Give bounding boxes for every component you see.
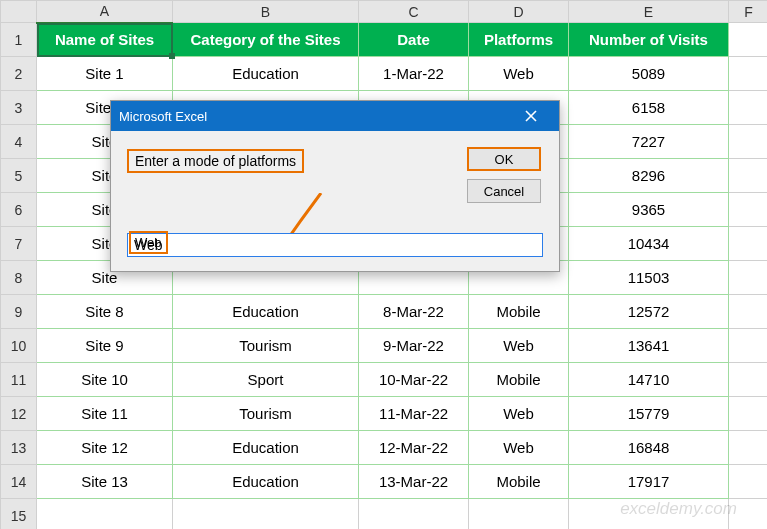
cell-D11[interactable]: Mobile — [469, 363, 569, 397]
ok-button[interactable]: OK — [467, 147, 541, 171]
row-header[interactable]: 12 — [1, 397, 37, 431]
cell-F7[interactable] — [729, 227, 768, 261]
dialog-title: Microsoft Excel — [119, 109, 207, 124]
col-header-E[interactable]: E — [569, 1, 729, 23]
table-row: 13Site 12Education12-Mar-22Web16848 — [1, 431, 768, 465]
cell-F14[interactable] — [729, 465, 768, 499]
row-header[interactable]: 1 — [1, 23, 37, 57]
cell-F11[interactable] — [729, 363, 768, 397]
cell-C10[interactable]: 9-Mar-22 — [359, 329, 469, 363]
cell-E3[interactable]: 6158 — [569, 91, 729, 125]
cell-B15[interactable] — [173, 499, 359, 530]
col-header-A[interactable]: A — [37, 1, 173, 23]
cell-C15[interactable] — [359, 499, 469, 530]
row-header[interactable]: 10 — [1, 329, 37, 363]
table-row: 14Site 13Education13-Mar-22Mobile17917 — [1, 465, 768, 499]
cell-B14[interactable]: Education — [173, 465, 359, 499]
cell-F2[interactable] — [729, 57, 768, 91]
row-header[interactable]: 13 — [1, 431, 37, 465]
cell-F8[interactable] — [729, 261, 768, 295]
cell-D2[interactable]: Web — [469, 57, 569, 91]
table-row: 9Site 8Education8-Mar-22Mobile12572 — [1, 295, 768, 329]
dialog-titlebar[interactable]: Microsoft Excel — [111, 101, 559, 131]
cell-B9[interactable]: Education — [173, 295, 359, 329]
cell-E11[interactable]: 14710 — [569, 363, 729, 397]
cell-B1[interactable]: Category of the Sites — [173, 23, 359, 57]
dialog-prompt: Enter a mode of platforms — [127, 149, 304, 173]
platform-input[interactable] — [127, 233, 543, 257]
cell-C2[interactable]: 1-Mar-22 — [359, 57, 469, 91]
cell-D15[interactable] — [469, 499, 569, 530]
cell-C11[interactable]: 10-Mar-22 — [359, 363, 469, 397]
cell-D1[interactable]: Platforms — [469, 23, 569, 57]
cell-F9[interactable] — [729, 295, 768, 329]
row-header[interactable]: 4 — [1, 125, 37, 159]
cell-B13[interactable]: Education — [173, 431, 359, 465]
cell-B2[interactable]: Education — [173, 57, 359, 91]
cell-E9[interactable]: 12572 — [569, 295, 729, 329]
cell-F12[interactable] — [729, 397, 768, 431]
cell-E5[interactable]: 8296 — [569, 159, 729, 193]
cell-E15[interactable] — [569, 499, 729, 530]
cell-E4[interactable]: 7227 — [569, 125, 729, 159]
cell-A15[interactable] — [37, 499, 173, 530]
cell-C12[interactable]: 11-Mar-22 — [359, 397, 469, 431]
row-header[interactable]: 2 — [1, 57, 37, 91]
col-header-D[interactable]: D — [469, 1, 569, 23]
cell-D12[interactable]: Web — [469, 397, 569, 431]
col-header-C[interactable]: C — [359, 1, 469, 23]
cell-F15[interactable] — [729, 499, 768, 530]
cell-F4[interactable] — [729, 125, 768, 159]
cell-A13[interactable]: Site 12 — [37, 431, 173, 465]
row-header[interactable]: 7 — [1, 227, 37, 261]
cell-A12[interactable]: Site 11 — [37, 397, 173, 431]
cell-A2[interactable]: Site 1 — [37, 57, 173, 91]
cell-C13[interactable]: 12-Mar-22 — [359, 431, 469, 465]
cell-B11[interactable]: Sport — [173, 363, 359, 397]
row-header[interactable]: 8 — [1, 261, 37, 295]
cell-E6[interactable]: 9365 — [569, 193, 729, 227]
cell-F3[interactable] — [729, 91, 768, 125]
cell-F5[interactable] — [729, 159, 768, 193]
cell-D13[interactable]: Web — [469, 431, 569, 465]
row-header[interactable]: 9 — [1, 295, 37, 329]
cell-C14[interactable]: 13-Mar-22 — [359, 465, 469, 499]
select-all-corner[interactable] — [1, 1, 37, 23]
cell-A10[interactable]: Site 9 — [37, 329, 173, 363]
row-header[interactable]: 15 — [1, 499, 37, 530]
cell-B10[interactable]: Tourism — [173, 329, 359, 363]
cell-F13[interactable] — [729, 431, 768, 465]
row-header[interactable]: 14 — [1, 465, 37, 499]
cell-E1[interactable]: Number of Visits — [569, 23, 729, 57]
row-header[interactable]: 11 — [1, 363, 37, 397]
cell-F6[interactable] — [729, 193, 768, 227]
cell-E7[interactable]: 10434 — [569, 227, 729, 261]
cell-B12[interactable]: Tourism — [173, 397, 359, 431]
column-header-row: A B C D E F — [1, 1, 768, 23]
cell-C9[interactable]: 8-Mar-22 — [359, 295, 469, 329]
cell-F1[interactable] — [729, 23, 768, 57]
cell-D10[interactable]: Web — [469, 329, 569, 363]
cell-A11[interactable]: Site 10 — [37, 363, 173, 397]
row-header[interactable]: 6 — [1, 193, 37, 227]
row-header[interactable]: 3 — [1, 91, 37, 125]
cell-E14[interactable]: 17917 — [569, 465, 729, 499]
cell-E10[interactable]: 13641 — [569, 329, 729, 363]
cell-D9[interactable]: Mobile — [469, 295, 569, 329]
col-header-B[interactable]: B — [173, 1, 359, 23]
cancel-button[interactable]: Cancel — [467, 179, 541, 203]
close-icon[interactable] — [511, 101, 551, 131]
table-row: 11Site 10Sport10-Mar-22Mobile14710 — [1, 363, 768, 397]
cell-A1[interactable]: Name of Sites — [37, 23, 173, 57]
cell-E2[interactable]: 5089 — [569, 57, 729, 91]
cell-E12[interactable]: 15779 — [569, 397, 729, 431]
cell-C1[interactable]: Date — [359, 23, 469, 57]
cell-D14[interactable]: Mobile — [469, 465, 569, 499]
cell-F10[interactable] — [729, 329, 768, 363]
col-header-F[interactable]: F — [729, 1, 768, 23]
cell-A9[interactable]: Site 8 — [37, 295, 173, 329]
cell-E13[interactable]: 16848 — [569, 431, 729, 465]
cell-A14[interactable]: Site 13 — [37, 465, 173, 499]
cell-E8[interactable]: 11503 — [569, 261, 729, 295]
row-header[interactable]: 5 — [1, 159, 37, 193]
